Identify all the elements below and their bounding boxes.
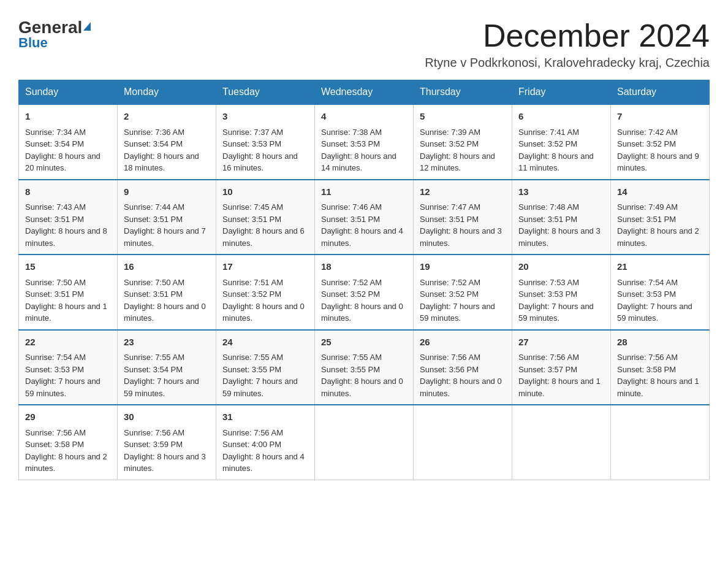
day-number: 11 — [321, 185, 407, 199]
calendar-table: Sunday Monday Tuesday Wednesday Thursday… — [18, 80, 710, 480]
day-info: Sunrise: 7:56 AMSunset: 3:56 PMDaylight:… — [420, 351, 506, 399]
calendar-day-cell: 26Sunrise: 7:56 AMSunset: 3:56 PMDayligh… — [414, 330, 512, 405]
day-info: Sunrise: 7:53 AMSunset: 3:53 PMDaylight:… — [518, 277, 604, 324]
day-info: Sunrise: 7:54 AMSunset: 3:53 PMDaylight:… — [617, 277, 703, 324]
page-header: General Blue December 2024 Rtyne v Podkr… — [18, 18, 710, 70]
calendar-day-cell: 22Sunrise: 7:54 AMSunset: 3:53 PMDayligh… — [19, 330, 118, 405]
calendar-week-row: 1Sunrise: 7:34 AMSunset: 3:54 PMDaylight… — [19, 104, 710, 180]
header-friday: Friday — [512, 80, 611, 105]
day-number: 2 — [124, 110, 210, 124]
calendar-day-cell: 30Sunrise: 7:56 AMSunset: 3:59 PMDayligh… — [118, 405, 216, 480]
logo-triangle-icon — [83, 22, 91, 31]
calendar-day-cell: 28Sunrise: 7:56 AMSunset: 3:58 PMDayligh… — [611, 330, 710, 405]
month-title: December 2024 — [425, 18, 710, 53]
day-number: 19 — [420, 260, 506, 274]
day-info: Sunrise: 7:46 AMSunset: 3:51 PMDaylight:… — [321, 201, 407, 249]
day-info: Sunrise: 7:50 AMSunset: 3:51 PMDaylight:… — [25, 277, 111, 324]
calendar-day-cell — [611, 405, 710, 480]
day-number: 1 — [25, 110, 111, 124]
calendar-day-cell: 3Sunrise: 7:37 AMSunset: 3:53 PMDaylight… — [216, 104, 315, 180]
calendar-day-cell: 9Sunrise: 7:44 AMSunset: 3:51 PMDaylight… — [118, 180, 216, 255]
day-info: Sunrise: 7:44 AMSunset: 3:51 PMDaylight:… — [124, 201, 210, 249]
day-info: Sunrise: 7:43 AMSunset: 3:51 PMDaylight:… — [25, 201, 111, 249]
calendar-day-cell: 1Sunrise: 7:34 AMSunset: 3:54 PMDaylight… — [19, 104, 118, 180]
calendar-day-cell: 23Sunrise: 7:55 AMSunset: 3:54 PMDayligh… — [118, 330, 216, 405]
day-info: Sunrise: 7:51 AMSunset: 3:52 PMDaylight:… — [222, 277, 308, 324]
calendar-week-row: 22Sunrise: 7:54 AMSunset: 3:53 PMDayligh… — [19, 330, 710, 405]
calendar-day-cell: 14Sunrise: 7:49 AMSunset: 3:51 PMDayligh… — [611, 180, 710, 255]
calendar-day-cell: 10Sunrise: 7:45 AMSunset: 3:51 PMDayligh… — [216, 180, 315, 255]
calendar-day-cell: 24Sunrise: 7:55 AMSunset: 3:55 PMDayligh… — [216, 330, 315, 405]
day-number: 7 — [617, 110, 703, 124]
day-number: 8 — [25, 185, 111, 199]
day-number: 31 — [222, 410, 308, 424]
calendar-day-cell: 31Sunrise: 7:56 AMSunset: 4:00 PMDayligh… — [216, 405, 315, 480]
location-title: Rtyne v Podkrkonosi, Kralovehradecky kra… — [425, 56, 710, 70]
day-info: Sunrise: 7:52 AMSunset: 3:52 PMDaylight:… — [420, 277, 506, 324]
day-info: Sunrise: 7:56 AMSunset: 4:00 PMDaylight:… — [222, 427, 308, 475]
calendar-day-cell: 11Sunrise: 7:46 AMSunset: 3:51 PMDayligh… — [315, 180, 414, 255]
day-number: 18 — [321, 260, 407, 274]
day-number: 28 — [617, 335, 703, 350]
day-number: 21 — [617, 260, 703, 274]
day-number: 22 — [25, 335, 111, 350]
day-info: Sunrise: 7:48 AMSunset: 3:51 PMDaylight:… — [518, 201, 604, 249]
calendar-day-cell: 8Sunrise: 7:43 AMSunset: 3:51 PMDaylight… — [19, 180, 118, 255]
day-info: Sunrise: 7:37 AMSunset: 3:53 PMDaylight:… — [222, 126, 308, 174]
day-number: 9 — [124, 185, 210, 199]
day-info: Sunrise: 7:56 AMSunset: 3:59 PMDaylight:… — [124, 427, 210, 475]
calendar-day-cell: 18Sunrise: 7:52 AMSunset: 3:52 PMDayligh… — [315, 255, 414, 330]
day-number: 25 — [321, 335, 407, 350]
day-number: 3 — [222, 110, 308, 124]
day-number: 10 — [222, 185, 308, 199]
calendar-week-row: 29Sunrise: 7:56 AMSunset: 3:58 PMDayligh… — [19, 405, 710, 480]
day-info: Sunrise: 7:55 AMSunset: 3:54 PMDaylight:… — [124, 351, 210, 399]
title-area: December 2024 Rtyne v Podkrkonosi, Kralo… — [425, 18, 710, 70]
calendar-day-cell: 2Sunrise: 7:36 AMSunset: 3:54 PMDaylight… — [118, 104, 216, 180]
calendar-day-cell: 5Sunrise: 7:39 AMSunset: 3:52 PMDaylight… — [414, 104, 512, 180]
day-number: 17 — [222, 260, 308, 274]
calendar-day-cell: 4Sunrise: 7:38 AMSunset: 3:53 PMDaylight… — [315, 104, 414, 180]
day-info: Sunrise: 7:45 AMSunset: 3:51 PMDaylight:… — [222, 201, 308, 249]
day-info: Sunrise: 7:55 AMSunset: 3:55 PMDaylight:… — [222, 351, 308, 399]
day-number: 15 — [25, 260, 111, 274]
day-info: Sunrise: 7:56 AMSunset: 3:58 PMDaylight:… — [25, 427, 111, 475]
calendar-day-cell: 19Sunrise: 7:52 AMSunset: 3:52 PMDayligh… — [414, 255, 512, 330]
calendar-day-cell: 16Sunrise: 7:50 AMSunset: 3:51 PMDayligh… — [118, 255, 216, 330]
day-info: Sunrise: 7:47 AMSunset: 3:51 PMDaylight:… — [420, 201, 506, 249]
day-info: Sunrise: 7:39 AMSunset: 3:52 PMDaylight:… — [420, 126, 506, 174]
day-info: Sunrise: 7:34 AMSunset: 3:54 PMDaylight:… — [25, 126, 111, 174]
calendar-week-row: 15Sunrise: 7:50 AMSunset: 3:51 PMDayligh… — [19, 255, 710, 330]
weekday-header-row: Sunday Monday Tuesday Wednesday Thursday… — [19, 80, 710, 105]
calendar-day-cell — [512, 405, 611, 480]
calendar-day-cell — [315, 405, 414, 480]
day-info: Sunrise: 7:49 AMSunset: 3:51 PMDaylight:… — [617, 201, 703, 249]
day-info: Sunrise: 7:56 AMSunset: 3:57 PMDaylight:… — [518, 351, 604, 399]
day-number: 30 — [124, 410, 210, 424]
day-info: Sunrise: 7:42 AMSunset: 3:52 PMDaylight:… — [617, 126, 703, 174]
day-number: 5 — [420, 110, 506, 124]
header-tuesday: Tuesday — [216, 80, 315, 105]
calendar-day-cell: 21Sunrise: 7:54 AMSunset: 3:53 PMDayligh… — [611, 255, 710, 330]
calendar-day-cell: 29Sunrise: 7:56 AMSunset: 3:58 PMDayligh… — [19, 405, 118, 480]
calendar-day-cell: 15Sunrise: 7:50 AMSunset: 3:51 PMDayligh… — [19, 255, 118, 330]
header-thursday: Thursday — [414, 80, 512, 105]
day-info: Sunrise: 7:38 AMSunset: 3:53 PMDaylight:… — [321, 126, 407, 174]
day-info: Sunrise: 7:50 AMSunset: 3:51 PMDaylight:… — [124, 277, 210, 324]
header-sunday: Sunday — [19, 80, 118, 105]
day-number: 12 — [420, 185, 506, 199]
day-number: 6 — [518, 110, 604, 124]
day-number: 26 — [420, 335, 506, 350]
logo-blue-label: Blue — [18, 35, 48, 51]
day-number: 14 — [617, 185, 703, 199]
calendar-day-cell: 27Sunrise: 7:56 AMSunset: 3:57 PMDayligh… — [512, 330, 611, 405]
header-saturday: Saturday — [611, 80, 710, 105]
day-number: 23 — [124, 335, 210, 350]
day-info: Sunrise: 7:54 AMSunset: 3:53 PMDaylight:… — [25, 351, 111, 399]
header-wednesday: Wednesday — [315, 80, 414, 105]
calendar-day-cell: 6Sunrise: 7:41 AMSunset: 3:52 PMDaylight… — [512, 104, 611, 180]
calendar-day-cell: 12Sunrise: 7:47 AMSunset: 3:51 PMDayligh… — [414, 180, 512, 255]
day-number: 13 — [518, 185, 604, 199]
day-number: 16 — [124, 260, 210, 274]
day-number: 27 — [518, 335, 604, 350]
